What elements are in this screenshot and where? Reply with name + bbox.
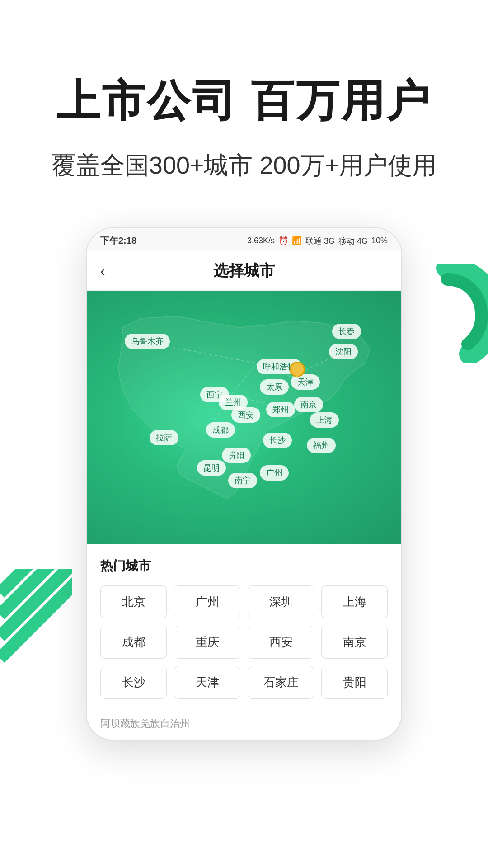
- map-city-label[interactable]: 太原: [260, 379, 289, 395]
- map-city-label[interactable]: 拉萨: [150, 430, 178, 445]
- city-grid: 北京广州深圳上海成都重庆西安南京长沙天津石家庄贵阳: [100, 585, 388, 699]
- map-city-label[interactable]: 贵阳: [222, 448, 251, 463]
- city-button[interactable]: 成都: [100, 626, 167, 659]
- city-button[interactable]: 南京: [321, 626, 388, 659]
- page-title: 选择城市: [213, 260, 275, 281]
- map-city-label[interactable]: 广州: [260, 465, 289, 481]
- map-city-label[interactable]: 长沙: [263, 433, 292, 448]
- map-city-label[interactable]: 乌鲁木齐: [125, 334, 170, 349]
- city-button[interactable]: 天津: [174, 666, 240, 699]
- status-time: 下午2:18: [100, 235, 136, 247]
- hot-cities-title: 热门城市: [100, 557, 388, 575]
- wifi-icon: 📶: [292, 236, 302, 246]
- map-city-label[interactable]: 西安: [231, 407, 260, 423]
- bottom-location-text: 阿坝藏族羌族自治州: [87, 708, 401, 740]
- map-area[interactable]: 乌鲁木齐长春沈阳呼和浩特天津太原西宁兰州西安郑州南京上海拉萨成都长沙福州贵阳昆明…: [87, 291, 401, 544]
- app-header: ‹ 选择城市: [87, 251, 401, 291]
- deco-arc: [398, 264, 488, 363]
- status-icons: 3.63K/s ⏰ 📶 联通 3G 移动 4G 10%: [247, 236, 388, 246]
- battery: 10%: [371, 236, 388, 245]
- alarm-icon: ⏰: [278, 236, 288, 246]
- back-button[interactable]: ‹: [100, 263, 105, 279]
- city-button[interactable]: 北京: [100, 585, 167, 618]
- map-pin[interactable]: [291, 362, 304, 378]
- city-button[interactable]: 广州: [174, 585, 240, 618]
- map-city-label[interactable]: 南宁: [228, 473, 257, 488]
- city-button[interactable]: 西安: [248, 626, 314, 659]
- city-button[interactable]: 重庆: [174, 626, 240, 659]
- hero-subtitle: 覆盖全国300+城市 200万+用户使用: [36, 149, 452, 182]
- city-button[interactable]: 贵阳: [321, 666, 388, 699]
- map-city-label[interactable]: 郑州: [266, 402, 295, 417]
- status-speed: 3.63K/s: [247, 236, 275, 245]
- map-city-label[interactable]: 福州: [307, 438, 336, 453]
- hot-cities-section: 热门城市 北京广州深圳上海成都重庆西安南京长沙天津石家庄贵阳: [87, 544, 401, 708]
- map-city-label[interactable]: 南京: [294, 397, 323, 412]
- city-button[interactable]: 上海: [321, 585, 388, 618]
- city-button[interactable]: 石家庄: [248, 666, 314, 699]
- hero-title: 上市公司 百万用户: [36, 72, 452, 131]
- deco-stripes: [0, 569, 72, 704]
- map-city-label[interactable]: 沈阳: [329, 344, 358, 359]
- hero-section: 上市公司 百万用户 覆盖全国300+城市 200万+用户使用: [0, 0, 488, 209]
- city-button[interactable]: 深圳: [248, 585, 314, 618]
- city-button[interactable]: 长沙: [100, 666, 167, 699]
- phone-frame: 下午2:18 3.63K/s ⏰ 📶 联通 3G 移动 4G 10% ‹ 选择城…: [86, 227, 402, 741]
- map-city-label[interactable]: 上海: [310, 412, 339, 428]
- map-city-label[interactable]: 长春: [332, 324, 361, 339]
- status-bar: 下午2:18 3.63K/s ⏰ 📶 联通 3G 移动 4G 10%: [87, 228, 401, 251]
- map-city-label[interactable]: 成都: [206, 422, 235, 438]
- phone-section: 下午2:18 3.63K/s ⏰ 📶 联通 3G 移动 4G 10% ‹ 选择城…: [0, 209, 488, 741]
- carrier1: 联通 3G: [305, 236, 335, 246]
- carrier2: 移动 4G: [338, 236, 368, 246]
- map-city-label[interactable]: 昆明: [197, 460, 226, 476]
